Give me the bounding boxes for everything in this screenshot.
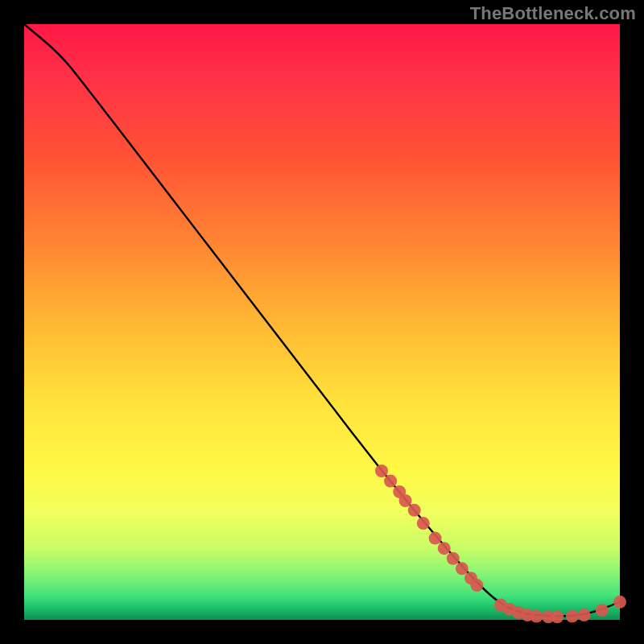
bottleneck-curve: [24, 24, 620, 616]
data-marker: [438, 542, 451, 555]
data-marker: [429, 532, 442, 545]
data-marker: [399, 494, 412, 507]
data-marker: [530, 610, 543, 623]
chart-frame: TheBottleneck.com: [0, 0, 644, 644]
attribution-text: TheBottleneck.com: [470, 3, 636, 24]
data-marker: [566, 610, 579, 623]
data-marker: [613, 596, 626, 609]
data-marker: [375, 464, 388, 477]
data-marker: [384, 475, 397, 488]
marker-group: [375, 464, 626, 623]
plot-area: [24, 24, 620, 620]
data-marker: [551, 610, 564, 623]
data-marker: [578, 609, 591, 621]
data-marker: [408, 504, 421, 517]
data-marker: [596, 604, 609, 617]
data-marker: [447, 552, 460, 565]
chart-svg: [24, 24, 620, 620]
data-marker: [470, 579, 483, 592]
data-marker: [456, 562, 469, 575]
data-marker: [417, 517, 430, 530]
